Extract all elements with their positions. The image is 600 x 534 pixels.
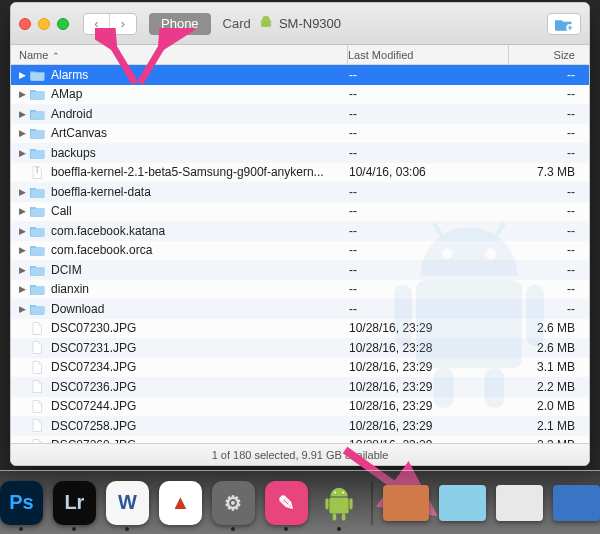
maximize-button[interactable] bbox=[57, 18, 69, 30]
folder-icon bbox=[29, 243, 45, 257]
minimize-button[interactable] bbox=[38, 18, 50, 30]
file-icon bbox=[29, 419, 45, 433]
list-item[interactable]: ▶com.facebook.katana---- bbox=[11, 221, 589, 241]
dock: PsLrW▲⚙✎ bbox=[0, 470, 600, 534]
row-name: DCIM bbox=[51, 263, 82, 277]
svg-point-18 bbox=[334, 491, 336, 493]
list-item[interactable]: DSC07244.JPG10/28/16, 23:292.0 MB bbox=[11, 397, 589, 417]
disclosure-triangle-icon[interactable]: ▶ bbox=[17, 89, 27, 99]
disclosure-triangle-icon[interactable]: ▶ bbox=[17, 70, 27, 80]
row-modified: -- bbox=[349, 224, 509, 238]
disclosure-triangle-icon[interactable]: ▶ bbox=[17, 206, 27, 216]
list-item[interactable]: ▶dianxin---- bbox=[11, 280, 589, 300]
row-name: boeffla-kernel-data bbox=[51, 185, 151, 199]
disclosure-triangle-icon[interactable]: ▶ bbox=[17, 226, 27, 236]
list-item[interactable]: DSC07234.JPG10/28/16, 23:293.1 MB bbox=[11, 358, 589, 378]
list-item[interactable]: ▶Android---- bbox=[11, 104, 589, 124]
header-name[interactable]: Name⌃ bbox=[11, 49, 347, 61]
row-name: boeffla-kernel-2.1-beta5-Samsung-g900f-a… bbox=[51, 165, 324, 179]
svg-rect-11 bbox=[36, 169, 38, 171]
row-modified: -- bbox=[349, 204, 509, 218]
dock-minimized-window[interactable] bbox=[496, 485, 543, 521]
back-button[interactable]: ‹ bbox=[84, 14, 110, 34]
disclosure-triangle-icon[interactable]: ▶ bbox=[17, 148, 27, 158]
row-modified: -- bbox=[349, 68, 509, 82]
list-item[interactable]: DSC07260.JPG10/28/16, 23:292.3 MB bbox=[11, 436, 589, 444]
window-controls bbox=[19, 18, 69, 30]
header-modified[interactable]: Last Modified bbox=[348, 49, 508, 61]
dock-skitch[interactable]: ✎ bbox=[265, 481, 308, 525]
row-size: 2.0 MB bbox=[509, 399, 589, 413]
dock-separator bbox=[371, 481, 373, 525]
list-item[interactable]: ▶backups---- bbox=[11, 143, 589, 163]
row-size: -- bbox=[509, 185, 589, 199]
folder-icon bbox=[29, 126, 45, 140]
dock-blaze[interactable]: ▲ bbox=[159, 481, 202, 525]
row-name: DSC07231.JPG bbox=[51, 341, 136, 355]
row-modified: -- bbox=[349, 126, 509, 140]
dock-photoshop[interactable]: Ps bbox=[0, 481, 43, 525]
list-item[interactable]: DSC07231.JPG10/28/16, 23:282.6 MB bbox=[11, 338, 589, 358]
disclosure-triangle-icon[interactable]: ▶ bbox=[17, 265, 27, 275]
tab-phone[interactable]: Phone bbox=[149, 13, 211, 35]
row-size: -- bbox=[509, 263, 589, 277]
list-item[interactable]: ▶boeffla-kernel-data---- bbox=[11, 182, 589, 202]
row-name: AMap bbox=[51, 87, 82, 101]
list-item[interactable]: boeffla-kernel-2.1-beta5-Samsung-g900f-a… bbox=[11, 163, 589, 183]
header-size[interactable]: Size bbox=[509, 49, 589, 61]
row-modified: -- bbox=[349, 107, 509, 121]
svg-rect-13 bbox=[330, 497, 349, 513]
dock-settings[interactable]: ⚙ bbox=[212, 481, 255, 525]
row-size: -- bbox=[509, 68, 589, 82]
list-item[interactable]: DSC07236.JPG10/28/16, 23:292.2 MB bbox=[11, 377, 589, 397]
dock-minimized-window[interactable] bbox=[439, 485, 486, 521]
disclosure-triangle-icon[interactable]: ▶ bbox=[17, 304, 27, 314]
list-item[interactable]: ▶AMap---- bbox=[11, 85, 589, 105]
file-listing[interactable]: ▶Alarms----▶AMap----▶Android----▶ArtCanv… bbox=[11, 65, 589, 443]
file-icon bbox=[29, 399, 45, 413]
folder-icon bbox=[29, 68, 45, 82]
forward-button[interactable]: › bbox=[110, 14, 136, 34]
row-modified: -- bbox=[349, 282, 509, 296]
row-modified: -- bbox=[349, 243, 509, 257]
dock-minimized-window[interactable] bbox=[553, 485, 600, 521]
list-item[interactable]: DSC07230.JPG10/28/16, 23:292.6 MB bbox=[11, 319, 589, 339]
list-item[interactable]: ▶Download---- bbox=[11, 299, 589, 319]
sort-caret-icon: ⌃ bbox=[52, 51, 60, 61]
folder-icon bbox=[29, 185, 45, 199]
row-modified: 10/28/16, 23:29 bbox=[349, 419, 509, 433]
disclosure-triangle-icon[interactable]: ▶ bbox=[17, 245, 27, 255]
row-modified: 10/28/16, 23:28 bbox=[349, 341, 509, 355]
dock-android-file-transfer[interactable] bbox=[318, 481, 361, 525]
row-name: DSC07260.JPG bbox=[51, 438, 136, 443]
disclosure-triangle-icon[interactable]: ▶ bbox=[17, 128, 27, 138]
row-name: DSC07258.JPG bbox=[51, 419, 136, 433]
row-name: backups bbox=[51, 146, 96, 160]
folder-icon bbox=[29, 146, 45, 160]
folder-icon bbox=[29, 282, 45, 296]
row-name: com.facebook.orca bbox=[51, 243, 152, 257]
list-item[interactable]: DSC07258.JPG10/28/16, 23:292.1 MB bbox=[11, 416, 589, 436]
dock-word[interactable]: W bbox=[106, 481, 149, 525]
svg-rect-15 bbox=[350, 498, 353, 509]
disclosure-triangle-icon[interactable]: ▶ bbox=[17, 109, 27, 119]
row-name: dianxin bbox=[51, 282, 89, 296]
disclosure-triangle-icon[interactable]: ▶ bbox=[17, 284, 27, 294]
tab-card[interactable]: Card bbox=[211, 13, 263, 35]
dock-lightroom[interactable]: Lr bbox=[53, 481, 96, 525]
close-button[interactable] bbox=[19, 18, 31, 30]
row-size: -- bbox=[509, 146, 589, 160]
list-item[interactable]: ▶DCIM---- bbox=[11, 260, 589, 280]
row-size: -- bbox=[509, 126, 589, 140]
disclosure-triangle-icon[interactable]: ▶ bbox=[17, 187, 27, 197]
file-icon bbox=[29, 321, 45, 335]
list-item[interactable]: ▶ArtCanvas---- bbox=[11, 124, 589, 144]
list-item[interactable]: ▶com.facebook.orca---- bbox=[11, 241, 589, 261]
dock-minimized-window[interactable] bbox=[383, 485, 430, 521]
new-folder-button[interactable] bbox=[547, 13, 581, 35]
list-item[interactable]: ▶Alarms---- bbox=[11, 65, 589, 85]
row-size: -- bbox=[509, 204, 589, 218]
row-name: DSC07244.JPG bbox=[51, 399, 136, 413]
list-item[interactable]: ▶Call---- bbox=[11, 202, 589, 222]
row-size: 3.1 MB bbox=[509, 360, 589, 374]
